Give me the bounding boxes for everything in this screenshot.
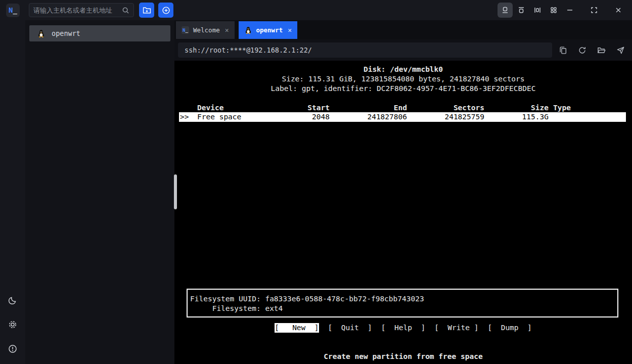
host-search-input[interactable] — [29, 7, 122, 14]
main-area: N_ Welcome ✕ openwrt ✕ — [174, 20, 632, 364]
cfdisk-size-line: Size: 115.31 GiB, 123815854080 bytes, 24… — [174, 74, 632, 84]
cfdisk-label-line: Label: gpt, identifier: DC2F8062-4957-4E… — [174, 84, 632, 94]
linux-tux-icon — [244, 26, 252, 34]
address-bar: ssh://root:****@192.168.2.1:22/ — [174, 39, 632, 61]
header-device: Device — [197, 103, 223, 113]
layout-grid-icon — [550, 6, 558, 14]
tab-welcome[interactable]: N_ Welcome ✕ — [176, 21, 235, 39]
tab-welcome-label: Welcome — [193, 26, 220, 34]
app-logo-icon: N_ — [182, 26, 189, 34]
minimize-icon — [566, 6, 574, 14]
new-folder-button[interactable] — [139, 3, 154, 18]
row-device: Free space — [197, 112, 241, 122]
header-start: Start — [307, 103, 330, 113]
menu-quit-button[interactable]: [ Quit ] — [328, 323, 372, 333]
window-controls — [498, 3, 626, 18]
circle-plus-icon — [162, 6, 170, 15]
header-type: Type — [553, 103, 571, 113]
about-button[interactable] — [0, 340, 25, 358]
partition-row-free-space[interactable]: >> Free space 2048 241827806 241825759 1… — [174, 112, 632, 122]
partition-table-header: Device Start End Sectors Size Type — [174, 103, 632, 113]
row-size: 115.3G — [522, 112, 549, 122]
menu-dump-button[interactable]: [ Dump ] — [487, 323, 531, 333]
connection-url: ssh://root:****@192.168.2.1:22/ — [185, 46, 312, 54]
terminal-screen[interactable]: Disk: /dev/mmcblk0 Size: 115.31 GiB, 123… — [174, 61, 632, 364]
moon-icon — [8, 295, 18, 305]
address-bar-actions — [559, 46, 625, 55]
info-icon — [8, 344, 18, 354]
menu-new-button[interactable]: [ New ] — [275, 323, 319, 333]
cfdisk-menu: [ New ] [ Quit ] [ Help ] [ Write ] [ Du… — [174, 323, 632, 333]
close-icon — [614, 6, 622, 14]
tab-openwrt-close-icon[interactable]: ✕ — [288, 26, 292, 34]
connection-url-field[interactable]: ssh://root:****@192.168.2.1:22/ — [178, 42, 552, 58]
add-session-button[interactable] — [158, 3, 173, 18]
layout-grid-button[interactable] — [546, 3, 561, 18]
row-end: 241827806 — [367, 112, 407, 122]
send-icon[interactable] — [616, 46, 625, 55]
row-marker: >> — [180, 112, 189, 122]
app-logo: N_ — [6, 4, 20, 17]
close-button[interactable] — [611, 3, 626, 18]
gear-icon — [8, 320, 18, 330]
filesystem-uuid-line: Filesystem UUID: fa8333e6-0588-478c-bb72… — [190, 294, 617, 304]
header-sectors: Sectors — [454, 103, 484, 113]
folder-plus-icon — [143, 6, 151, 15]
settings-button[interactable] — [0, 315, 25, 334]
app-logo-underscore: _ — [13, 6, 17, 14]
layout-single-button[interactable] — [498, 3, 513, 18]
titlebar: N_ — [0, 0, 632, 20]
session-item-label: openwrt — [52, 29, 80, 37]
header-size: Size — [531, 103, 549, 113]
app-logo-n: N — [9, 6, 13, 14]
filesystem-info-box: Filesystem UUID: fa8333e6-0588-478c-bb72… — [187, 289, 618, 317]
cfdisk-status-line: Create new partition from free space — [174, 352, 632, 361]
left-rail — [0, 20, 25, 364]
filesystem-type-line: Filesystem: ext4 — [190, 304, 617, 313]
minimize-button[interactable] — [562, 3, 577, 18]
row-start: 2048 — [312, 112, 330, 122]
panel-splitter-handle[interactable] — [174, 174, 177, 209]
session-list-panel: openwrt — [25, 20, 174, 364]
reload-icon[interactable] — [578, 46, 586, 55]
row-sectors: 241825759 — [444, 112, 484, 122]
layout-horizontal-split-icon — [517, 6, 525, 14]
layout-horizontal-split-button[interactable] — [514, 3, 529, 18]
search-icon — [122, 7, 129, 14]
tab-openwrt-label: openwrt — [256, 26, 283, 34]
session-item-openwrt[interactable]: openwrt — [29, 25, 170, 41]
fullscreen-button[interactable] — [586, 3, 602, 18]
tab-welcome-close-icon[interactable]: ✕ — [225, 26, 229, 34]
cfdisk-disk-line: Disk: /dev/mmcblk0 — [174, 65, 632, 74]
linux-tux-icon — [37, 29, 46, 38]
menu-write-button[interactable]: [ Write ] — [434, 323, 478, 333]
layout-single-icon — [501, 6, 509, 14]
tab-openwrt[interactable]: openwrt ✕ — [239, 21, 298, 39]
nxshell-window: N_ — [0, 0, 632, 364]
fullscreen-icon — [590, 6, 598, 14]
layout-vertical-split-icon — [533, 6, 541, 14]
theme-toggle-button[interactable] — [0, 291, 25, 309]
host-search-box[interactable] — [29, 3, 134, 17]
tab-bar: N_ Welcome ✕ openwrt ✕ — [174, 20, 632, 39]
sftp-folder-icon[interactable] — [597, 46, 606, 55]
layout-vertical-split-button[interactable] — [530, 3, 545, 18]
menu-help-button[interactable]: [ Help ] — [381, 323, 425, 333]
copy-icon[interactable] — [559, 46, 567, 55]
header-end: End — [394, 103, 407, 113]
